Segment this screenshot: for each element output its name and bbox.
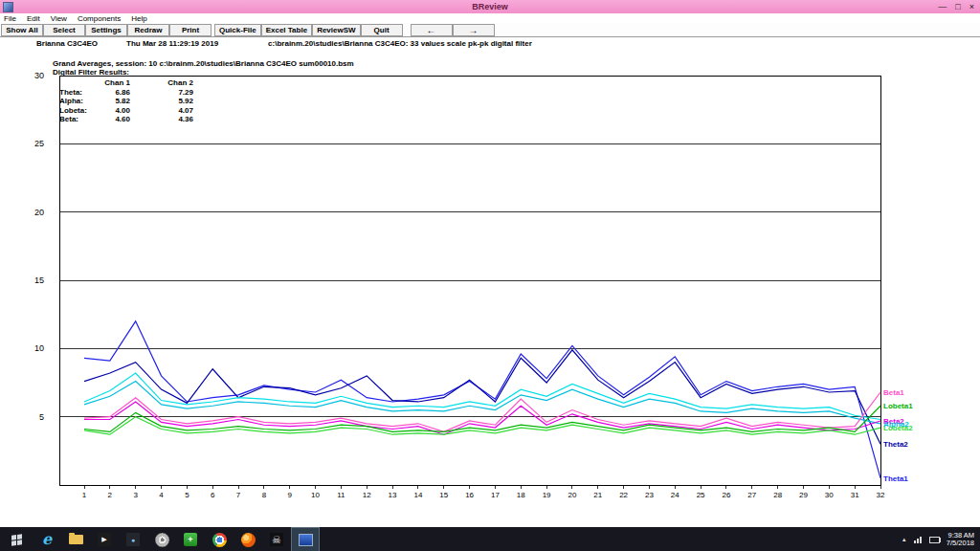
session-name: Brianna C3C4EO — [36, 39, 98, 48]
firefox-icon — [241, 533, 256, 547]
network-icon[interactable] — [914, 537, 923, 543]
toolbar-button-print[interactable]: Print — [169, 24, 212, 36]
session-timestamp: Thu Mar 28 11:29:19 2019 — [126, 39, 218, 48]
filter-results-row: Lobeta:4.004.07 — [59, 106, 193, 116]
toolbar-button-quick-file[interactable]: Quick-File — [214, 24, 261, 36]
chrome-icon — [212, 533, 227, 547]
menu-bar: FileEditViewComponentsHelp — [0, 13, 980, 23]
band-value: 7.29 — [130, 88, 193, 98]
taskbar-item-file-explorer[interactable] — [61, 527, 90, 551]
internet-explorer-icon: e — [42, 532, 52, 547]
media-player-icon: ▶ — [98, 533, 111, 546]
menu-edit[interactable]: Edit — [27, 14, 40, 23]
band-value: 5.92 — [130, 97, 193, 106]
clock-date: 7/5/2018 — [947, 540, 974, 548]
system-tray: ▲ 9:38 AM 7/5/2018 — [902, 527, 978, 551]
game-app-icon: ☠ — [270, 533, 283, 546]
filter-results-row: Theta:6.867.29 — [59, 88, 193, 98]
maximize-button[interactable]: □ — [955, 0, 960, 13]
filter-results-table: Chan 1Chan 2Theta:6.867.29Alpha:5.825.92… — [59, 78, 193, 124]
band-label: Alpha: — [59, 97, 101, 106]
taskbar-item-photo-viewer[interactable]: ● — [119, 527, 147, 551]
toolbar-button--[interactable]: → — [453, 24, 495, 36]
band-value: 6.86 — [101, 88, 130, 98]
chart-title: Grand Averages, session: 10 c:\brainm.20… — [53, 59, 354, 68]
taskbar-item-cd-drive[interactable] — [147, 527, 176, 551]
band-value: 4.00 — [101, 106, 130, 116]
taskbar-clock[interactable]: 9:38 AM 7/5/2018 — [947, 532, 974, 548]
taskbar-icons: e▶●+☠ — [33, 527, 320, 551]
taskbar-item-breview-taskbar[interactable] — [291, 527, 320, 551]
toolbar-button-select[interactable]: Select — [43, 24, 85, 36]
toolbar-button-redraw[interactable]: Redraw — [127, 24, 169, 36]
taskbar: e▶●+☠ ▲ 9:38 AM 7/5/2018 — [0, 527, 980, 551]
app-icon — [3, 2, 13, 12]
session-path: c:\brainm.20\studies\Brianna C3C4EO: 33 … — [268, 39, 532, 48]
taskbar-item-internet-explorer[interactable]: e — [33, 527, 61, 551]
windows-logo-icon — [11, 534, 22, 546]
taskbar-item-green-app[interactable]: + — [176, 527, 205, 551]
battery-icon[interactable] — [929, 537, 940, 543]
infobar: Brianna C3C4EO Thu Mar 28 11:29:19 2019 … — [0, 37, 980, 49]
filter-results-header: Chan 1Chan 2 — [59, 78, 193, 88]
band-label: Lobeta: — [59, 106, 101, 116]
window-controls: — □ × — [938, 0, 980, 13]
filter-results-row: Alpha:5.825.92 — [59, 97, 193, 106]
hidden-icons-arrow[interactable]: ▲ — [902, 537, 907, 542]
menu-components[interactable]: Components — [78, 14, 121, 23]
menu-view[interactable]: View — [51, 14, 67, 23]
column-header — [59, 78, 101, 88]
menu-help[interactable]: Help — [131, 14, 146, 23]
menu-file[interactable]: File — [4, 14, 16, 23]
band-value: 4.07 — [130, 106, 193, 116]
green-app-icon: + — [184, 533, 197, 546]
toolbar: Show AllSelectSettingsRedrawPrintQuick-F… — [0, 23, 980, 37]
band-label: Beta: — [59, 115, 101, 124]
start-button[interactable] — [0, 527, 33, 551]
cd-drive-icon — [155, 533, 169, 547]
band-value: 4.36 — [130, 115, 193, 124]
toolbar-button-settings[interactable]: Settings — [85, 24, 127, 36]
column-header: Chan 2 — [130, 78, 193, 88]
close-button[interactable]: × — [969, 0, 974, 13]
filter-results-heading: Digital Filter Results: — [53, 68, 129, 77]
toolbar-button--[interactable]: ← — [411, 24, 453, 36]
band-value: 4.60 — [101, 115, 130, 124]
band-label: Theta: — [59, 88, 101, 98]
breview-taskbar-icon — [299, 534, 313, 546]
toolbar-button-excel-table[interactable]: Excel Table — [261, 24, 312, 36]
minimize-button[interactable]: — — [938, 0, 947, 13]
photo-viewer-icon: ● — [126, 533, 140, 546]
toolbar-button-show-all[interactable]: Show All — [1, 24, 43, 36]
taskbar-item-firefox[interactable] — [234, 527, 262, 551]
window-title: BReview — [0, 2, 980, 11]
titlebar: BReview — □ × — [0, 0, 980, 13]
taskbar-item-media-player[interactable]: ▶ — [90, 527, 119, 551]
taskbar-item-game-app[interactable]: ☠ — [262, 527, 291, 551]
toolbar-button-quit[interactable]: Quit — [361, 24, 403, 36]
file-explorer-icon — [69, 535, 83, 544]
band-value: 5.82 — [101, 97, 130, 106]
column-header: Chan 1 — [101, 78, 130, 88]
breview-window: BReview — □ × FileEditViewComponentsHelp… — [0, 0, 980, 551]
taskbar-item-chrome[interactable] — [205, 527, 234, 551]
filter-results-row: Beta:4.604.36 — [59, 115, 193, 124]
toolbar-button-reviewsw[interactable]: ReviewSW — [312, 24, 360, 36]
